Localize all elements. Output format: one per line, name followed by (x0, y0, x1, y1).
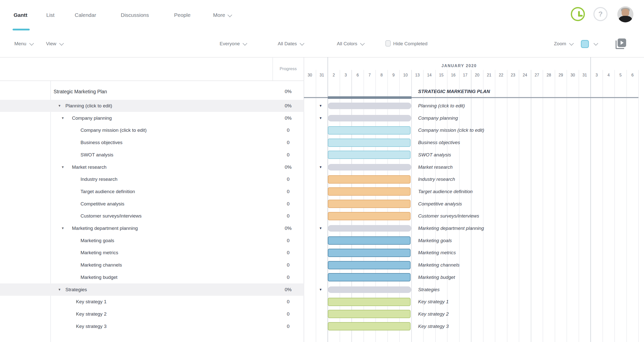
task-name[interactable]: Marketing department planning (72, 226, 138, 231)
collapse-toggle-icon[interactable]: ▼ (61, 116, 64, 120)
task-progress[interactable]: 0 (272, 152, 304, 158)
gantt-task-bar[interactable] (328, 187, 411, 196)
collapse-toggle-icon[interactable]: ▼ (58, 288, 61, 291)
chevron-down-icon (227, 13, 232, 17)
chevron-down-icon (360, 41, 365, 46)
task-name[interactable]: Marketing goals (80, 238, 114, 243)
project-title[interactable]: Strategic Marketing Plan (54, 89, 107, 95)
gantt-task-bar[interactable] (328, 212, 411, 220)
task-progress[interactable]: 0 (272, 311, 304, 317)
task-progress[interactable]: 0 (272, 275, 304, 280)
gantt-task-bar[interactable] (328, 126, 411, 135)
user-avatar[interactable] (617, 6, 633, 22)
gantt-task-bar[interactable] (328, 139, 411, 147)
gantt-task-bar[interactable] (328, 322, 411, 330)
task-progress[interactable]: 0 (272, 238, 304, 243)
task-name[interactable]: Marketing metrics (80, 250, 118, 255)
chart-collapse-icon[interactable]: ▼ (319, 116, 322, 120)
task-name[interactable]: Key strategy 2 (76, 311, 106, 317)
task-progress[interactable]: 0 (272, 250, 304, 255)
group-row-highlight (0, 100, 304, 112)
grid-line (519, 70, 519, 342)
task-progress[interactable]: 0% (272, 115, 304, 121)
task-name[interactable]: Market research (72, 164, 106, 170)
day-header: 13 (412, 70, 424, 80)
gantt-group-bar[interactable] (328, 115, 411, 121)
people-filter-dropdown[interactable]: Everyone (220, 31, 246, 57)
task-progress[interactable]: 0 (272, 201, 304, 207)
tab-gantt[interactable]: Gantt (14, 0, 27, 30)
gantt-group-bar[interactable] (328, 286, 411, 293)
task-name[interactable]: Business objectives (80, 140, 123, 145)
day-header: 23 (507, 70, 519, 80)
view-dropdown[interactable]: View (46, 31, 63, 57)
task-name[interactable]: Marketing budget (80, 275, 117, 280)
project-summary-bar[interactable] (328, 96, 412, 99)
gantt-task-bar[interactable] (328, 261, 411, 269)
task-name[interactable]: Company planning (72, 115, 112, 121)
gantt-task-bar[interactable] (328, 175, 411, 184)
task-progress[interactable]: 0 (272, 262, 304, 268)
task-name[interactable]: Customer surveys/interviews (80, 213, 142, 219)
collapse-toggle-icon[interactable]: ▼ (61, 226, 64, 230)
chart-collapse-icon[interactable]: ▼ (319, 288, 322, 291)
export-icon[interactable] (616, 38, 626, 49)
task-progress[interactable]: 0 (272, 324, 304, 329)
task-progress[interactable]: 0 (272, 140, 304, 145)
task-name[interactable]: Key strategy 3 (76, 324, 106, 329)
gantt-app: Gantt List Calendar Discussions People M… (0, 0, 644, 342)
hide-completed-toggle[interactable]: Hide Completed (385, 31, 427, 57)
hide-completed-checkbox[interactable] (385, 40, 391, 47)
gantt-task-bar[interactable] (328, 151, 411, 159)
collapse-toggle-icon[interactable]: ▼ (58, 104, 61, 108)
task-name[interactable]: Target audience definition (80, 189, 135, 194)
task-progress[interactable]: 0 (272, 299, 304, 305)
task-name[interactable]: Strategies (65, 287, 87, 292)
gantt-task-bar[interactable] (328, 298, 411, 306)
colors-filter-dropdown[interactable]: All Colors (337, 31, 364, 57)
dates-filter-dropdown[interactable]: All Dates (278, 31, 303, 57)
task-progress[interactable]: 0 (272, 177, 304, 182)
menu-dropdown[interactable]: Menu (14, 31, 33, 57)
gantt-group-bar[interactable] (328, 225, 411, 232)
task-progress[interactable]: 0% (272, 164, 304, 170)
task-name[interactable]: SWOT analysis (80, 152, 113, 158)
task-progress[interactable]: 0 (272, 189, 304, 194)
gantt-task-bar[interactable] (328, 236, 411, 245)
task-progress[interactable]: 0% (272, 287, 304, 292)
task-progress[interactable]: 0% (272, 226, 304, 231)
gantt-task-bar[interactable] (328, 249, 411, 257)
zoom-dropdown[interactable]: Zoom (554, 31, 573, 57)
help-icon[interactable]: ? (593, 7, 608, 21)
tab-calendar[interactable]: Calendar (75, 0, 96, 30)
column-divider (272, 57, 273, 80)
tab-more[interactable]: More (213, 0, 231, 30)
project-progress[interactable]: 0% (272, 89, 304, 94)
task-name[interactable]: Competitive analysis (80, 201, 124, 207)
task-progress[interactable]: 0% (272, 103, 304, 109)
task-name[interactable]: Company mission (click to edit) (80, 127, 147, 133)
chart-collapse-icon[interactable]: ▼ (319, 226, 322, 230)
time-tracking-icon[interactable] (571, 7, 585, 21)
task-progress[interactable]: 0 (272, 213, 304, 219)
task-progress[interactable]: 0 (272, 127, 304, 133)
tab-people[interactable]: People (174, 0, 190, 30)
gantt-task-bar[interactable] (328, 310, 411, 318)
chart-collapse-icon[interactable]: ▼ (319, 104, 322, 108)
chevron-down-icon[interactable] (593, 41, 598, 46)
task-name[interactable]: Planning (click to edit) (65, 103, 112, 109)
task-name[interactable]: Marketing channels (80, 262, 122, 268)
task-name[interactable]: Industry research (80, 177, 117, 182)
gantt-task-bar[interactable] (328, 273, 411, 281)
tab-list[interactable]: List (46, 0, 55, 30)
default-color-swatch[interactable] (581, 40, 589, 48)
day-header: 27 (531, 70, 543, 80)
collapse-toggle-icon[interactable]: ▼ (61, 165, 64, 169)
chart-collapse-icon[interactable]: ▼ (319, 165, 322, 169)
gantt-task-bar[interactable] (328, 200, 411, 208)
gantt-group-bar[interactable] (328, 164, 411, 170)
day-header: 8 (376, 70, 388, 80)
task-name[interactable]: Key strategy 1 (76, 299, 106, 305)
gantt-group-bar[interactable] (328, 103, 411, 109)
tab-discussions[interactable]: Discussions (121, 0, 149, 30)
